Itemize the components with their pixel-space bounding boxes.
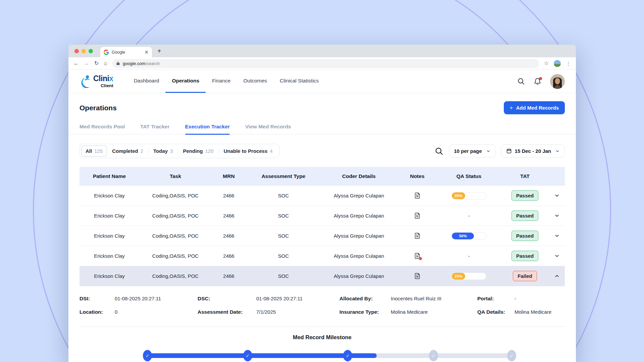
- google-favicon-icon: [104, 50, 109, 55]
- qa-status-cell: 50%: [438, 232, 500, 240]
- patient-name-cell: Erickson Clay: [79, 273, 139, 279]
- tab-tat-tracker[interactable]: TAT Tracker: [140, 124, 169, 134]
- lock-icon: [116, 61, 120, 65]
- qa-progress-fill: 25%: [452, 192, 465, 199]
- execution-tracker-table: Patient NameTaskMRNAssessment TypeCoder …: [79, 167, 565, 286]
- per-page-select[interactable]: 10 per page: [449, 144, 495, 158]
- tab-view-med-records[interactable]: View Med Records: [245, 124, 291, 134]
- table-body: Erickson ClayCoding,OASIS, POC2466SOCAly…: [79, 186, 565, 286]
- add-med-records-button[interactable]: + Add Med Records: [504, 101, 565, 114]
- note-document-icon[interactable]: [414, 232, 421, 240]
- table-row[interactable]: Erickson ClayCoding,OASIS, POC2466SOCAly…: [79, 226, 565, 246]
- filter-chip-count: 3: [170, 148, 173, 154]
- task-cell: Coding,OASIS, POC: [139, 273, 212, 279]
- tab-close-icon[interactable]: ✕: [144, 50, 149, 55]
- filter-chip-unable-to-process[interactable]: Unable to Process4: [219, 145, 278, 157]
- detail-label-portal: Portal:: [477, 296, 515, 302]
- browser-profile-avatar[interactable]: [554, 60, 561, 67]
- table-row[interactable]: Erickson ClayCoding,OASIS, POC2466SOCAly…: [79, 266, 565, 286]
- window-close-button[interactable]: [74, 49, 79, 53]
- bookmark-star-icon[interactable]: ☆: [544, 61, 549, 66]
- column-header-qa-status: QA Status: [438, 173, 500, 179]
- notes-cell: [397, 232, 438, 240]
- tab-med-records-pool[interactable]: Med Records Pool: [79, 124, 125, 134]
- note-document-icon[interactable]: [414, 252, 421, 260]
- table-search-icon[interactable]: [435, 147, 443, 156]
- table-row[interactable]: Erickson ClayCoding,OASIS, POC2466SOCAly…: [79, 246, 565, 266]
- note-document-icon[interactable]: [414, 212, 421, 220]
- chevron-down-icon: [486, 149, 491, 154]
- table-header-row: Patient NameTaskMRNAssessment TypeCoder …: [79, 167, 565, 186]
- qa-progress-fill: 25%: [452, 273, 465, 280]
- column-header-task: Task: [139, 173, 212, 179]
- detail-label-insurance-type: Insurance Type:: [339, 309, 391, 315]
- window-controls: [74, 49, 93, 53]
- coder-details-cell: Alyssa Grepo Culapan: [321, 253, 397, 259]
- filter-chip-label: Pending: [183, 148, 203, 154]
- forward-button[interactable]: →: [84, 61, 89, 66]
- detail-value-dsi: 01-08-2025 20:27:11: [115, 296, 198, 301]
- expander-cell: [550, 213, 564, 219]
- nav-item-dashboard[interactable]: Dashboard: [127, 70, 166, 93]
- assessment-type-cell: SOC: [246, 273, 321, 279]
- browser-menu-icon[interactable]: ⋮: [566, 61, 571, 66]
- note-document-icon[interactable]: [414, 192, 421, 199]
- desktop-background: Google ✕ + ← → ↻ ⌂ google.com/search: [0, 0, 644, 362]
- nav-item-operations[interactable]: Operations: [165, 70, 206, 93]
- mrn-cell: 2466: [212, 233, 246, 239]
- detail-value-insurance-type: Molina Medicare: [391, 309, 477, 315]
- filter-chip-completed[interactable]: Completed2: [107, 145, 148, 157]
- nav-item-finance[interactable]: Finance: [206, 70, 237, 93]
- filter-chip-pending[interactable]: Pending120: [178, 145, 218, 157]
- note-document-icon[interactable]: [414, 272, 421, 280]
- nav-item-outcomes[interactable]: Outcomes: [237, 70, 273, 93]
- collapse-row-icon[interactable]: [554, 273, 560, 279]
- tab-execution-tracker[interactable]: Execution Tracker: [185, 124, 230, 134]
- filter-chip-today[interactable]: Today3: [148, 145, 178, 157]
- reload-button[interactable]: ↻: [94, 61, 99, 66]
- patient-name-cell: Erickson Clay: [79, 193, 139, 198]
- user-avatar[interactable]: [550, 74, 565, 89]
- browser-tab[interactable]: Google ✕: [100, 47, 152, 57]
- table-row[interactable]: Erickson ClayCoding,OASIS, POC2466SOCAly…: [79, 186, 565, 206]
- search-icon[interactable]: [517, 77, 525, 85]
- home-button[interactable]: ⌂: [104, 61, 107, 66]
- med-record-milestone: Med Record Milestone ✓✓✓✓✓: [79, 326, 565, 362]
- date-range-picker[interactable]: 15 Dec - 20 Jan: [501, 144, 565, 158]
- qa-progress-fill: 50%: [452, 233, 474, 239]
- notifications-bell-icon[interactable]: [534, 77, 541, 85]
- tat-status-badge: Failed: [513, 271, 537, 281]
- toolbar-actions: ☆ ⋮: [544, 60, 571, 67]
- new-tab-button[interactable]: +: [157, 47, 161, 55]
- notes-cell: [397, 212, 438, 220]
- assessment-type-cell: SOC: [246, 193, 321, 198]
- filter-chip-all[interactable]: All125: [81, 145, 107, 157]
- window-zoom-button[interactable]: [89, 49, 93, 53]
- tat-status-badge: Passed: [512, 190, 539, 201]
- expand-row-icon[interactable]: [554, 213, 560, 219]
- notes-cell: [397, 272, 438, 280]
- detail-value-location: 0: [115, 309, 198, 315]
- expand-row-icon[interactable]: [554, 233, 560, 239]
- page-header: Operations + Add Med Records: [68, 93, 576, 124]
- table-row[interactable]: Erickson ClayCoding,OASIS, POC2466SOCAly…: [79, 206, 565, 226]
- milestone-fill: [147, 353, 377, 358]
- nav-item-clinical-statistics[interactable]: Clinical Statistics: [273, 70, 325, 93]
- column-header-patient-name: Patient Name: [79, 173, 139, 179]
- clinix-logo: Clinix Client: [79, 74, 113, 88]
- brand-subtitle: Client: [101, 83, 113, 88]
- filter-chip-count: 2: [141, 148, 143, 154]
- filter-chip-label: Completed: [112, 148, 138, 154]
- tat-cell: Passed: [500, 190, 550, 201]
- detail-label-dsi: DSI:: [79, 296, 115, 302]
- expand-row-icon[interactable]: [554, 193, 560, 198]
- expand-row-icon[interactable]: [554, 253, 560, 259]
- assessment-type-cell: SOC: [246, 213, 321, 219]
- task-cell: Coding,OASIS, POC: [139, 233, 212, 239]
- window-minimize-button[interactable]: [82, 49, 86, 53]
- task-cell: Coding,OASIS, POC: [139, 253, 212, 259]
- address-bar[interactable]: google.com/search: [112, 59, 539, 68]
- tat-cell: Passed: [500, 210, 550, 221]
- back-button[interactable]: ←: [73, 61, 79, 66]
- qa-progress-bar: 50%: [451, 232, 486, 240]
